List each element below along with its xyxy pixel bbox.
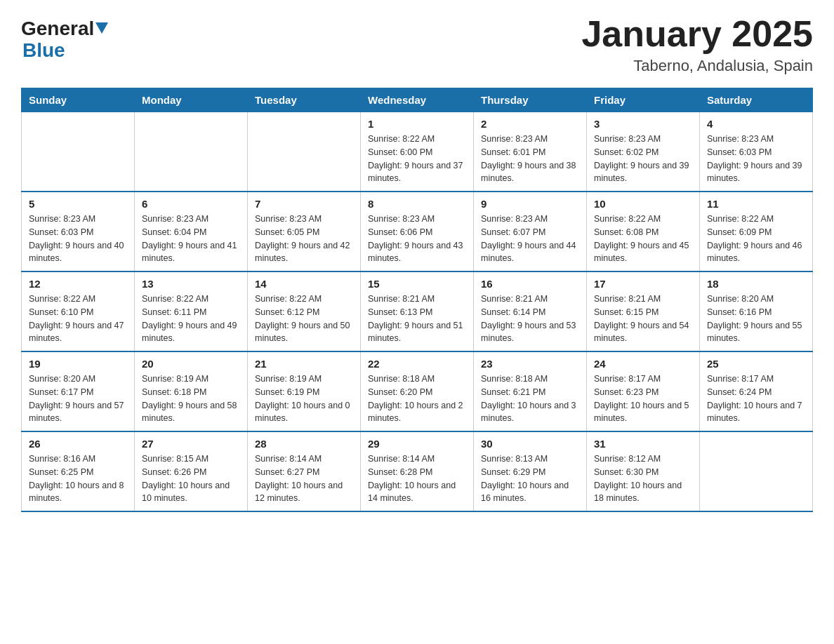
calendar-week-row: 26Sunrise: 8:16 AM Sunset: 6:25 PM Dayli… [22, 431, 813, 511]
day-info: Sunrise: 8:23 AM Sunset: 6:07 PM Dayligh… [481, 213, 579, 265]
day-number: 4 [707, 118, 805, 130]
day-number: 25 [707, 358, 805, 370]
calendar-cell [135, 112, 248, 192]
day-number: 20 [142, 358, 240, 370]
calendar-cell: 10Sunrise: 8:22 AM Sunset: 6:08 PM Dayli… [587, 192, 700, 271]
day-number: 21 [255, 358, 353, 370]
calendar-cell: 2Sunrise: 8:23 AM Sunset: 6:01 PM Daylig… [474, 112, 587, 192]
calendar-cell: 19Sunrise: 8:20 AM Sunset: 6:17 PM Dayli… [22, 351, 135, 431]
day-info: Sunrise: 8:22 AM Sunset: 6:12 PM Dayligh… [255, 293, 353, 345]
calendar-cell: 4Sunrise: 8:23 AM Sunset: 6:03 PM Daylig… [700, 112, 813, 192]
day-number: 1 [368, 118, 466, 130]
calendar-cell: 30Sunrise: 8:13 AM Sunset: 6:29 PM Dayli… [474, 431, 587, 511]
day-info: Sunrise: 8:22 AM Sunset: 6:08 PM Dayligh… [594, 213, 692, 265]
day-number: 10 [594, 198, 692, 210]
day-info: Sunrise: 8:13 AM Sunset: 6:29 PM Dayligh… [481, 452, 579, 505]
weekday-header-friday: Friday [587, 88, 700, 112]
calendar-title: January 2025 [581, 14, 813, 54]
day-info: Sunrise: 8:20 AM Sunset: 6:16 PM Dayligh… [707, 293, 805, 345]
logo: General Blue [21, 18, 108, 62]
calendar-cell: 26Sunrise: 8:16 AM Sunset: 6:25 PM Dayli… [22, 431, 135, 511]
calendar-cell: 27Sunrise: 8:15 AM Sunset: 6:26 PM Dayli… [135, 431, 248, 511]
calendar-cell: 11Sunrise: 8:22 AM Sunset: 6:09 PM Dayli… [700, 192, 813, 271]
title-block: January 2025 Taberno, Andalusia, Spain [581, 14, 813, 75]
day-number: 9 [481, 198, 579, 210]
day-info: Sunrise: 8:17 AM Sunset: 6:24 PM Dayligh… [707, 373, 805, 425]
day-number: 23 [481, 358, 579, 370]
calendar-cell: 7Sunrise: 8:23 AM Sunset: 6:05 PM Daylig… [248, 192, 361, 271]
day-number: 5 [29, 198, 127, 210]
day-number: 28 [255, 438, 353, 450]
weekday-header-saturday: Saturday [700, 88, 813, 112]
weekday-header-sunday: Sunday [22, 88, 135, 112]
calendar-cell: 3Sunrise: 8:23 AM Sunset: 6:02 PM Daylig… [587, 112, 700, 192]
day-number: 27 [142, 438, 240, 450]
calendar-cell: 12Sunrise: 8:22 AM Sunset: 6:10 PM Dayli… [22, 271, 135, 351]
day-info: Sunrise: 8:21 AM Sunset: 6:13 PM Dayligh… [368, 293, 466, 345]
day-info: Sunrise: 8:23 AM Sunset: 6:04 PM Dayligh… [142, 213, 240, 265]
day-info: Sunrise: 8:17 AM Sunset: 6:23 PM Dayligh… [594, 373, 692, 425]
calendar-cell [700, 431, 813, 511]
day-number: 8 [368, 198, 466, 210]
weekday-header-tuesday: Tuesday [248, 88, 361, 112]
calendar-week-row: 5Sunrise: 8:23 AM Sunset: 6:03 PM Daylig… [22, 192, 813, 271]
day-info: Sunrise: 8:23 AM Sunset: 6:03 PM Dayligh… [29, 213, 127, 265]
calendar-week-row: 19Sunrise: 8:20 AM Sunset: 6:17 PM Dayli… [22, 351, 813, 431]
day-number: 17 [594, 278, 692, 290]
day-info: Sunrise: 8:22 AM Sunset: 6:11 PM Dayligh… [142, 293, 240, 345]
day-number: 16 [481, 278, 579, 290]
day-number: 6 [142, 198, 240, 210]
day-info: Sunrise: 8:14 AM Sunset: 6:28 PM Dayligh… [368, 452, 466, 505]
page-header: General Blue January 2025 Taberno, Andal… [21, 14, 813, 75]
day-number: 2 [481, 118, 579, 130]
day-number: 15 [368, 278, 466, 290]
day-info: Sunrise: 8:14 AM Sunset: 6:27 PM Dayligh… [255, 452, 353, 505]
calendar-cell: 20Sunrise: 8:19 AM Sunset: 6:18 PM Dayli… [135, 351, 248, 431]
day-info: Sunrise: 8:21 AM Sunset: 6:14 PM Dayligh… [481, 293, 579, 345]
day-number: 18 [707, 278, 805, 290]
calendar-cell: 9Sunrise: 8:23 AM Sunset: 6:07 PM Daylig… [474, 192, 587, 271]
day-info: Sunrise: 8:22 AM Sunset: 6:00 PM Dayligh… [368, 133, 466, 185]
day-number: 22 [368, 358, 466, 370]
calendar-cell: 24Sunrise: 8:17 AM Sunset: 6:23 PM Dayli… [587, 351, 700, 431]
weekday-header-row: SundayMondayTuesdayWednesdayThursdayFrid… [22, 88, 813, 112]
day-info: Sunrise: 8:15 AM Sunset: 6:26 PM Dayligh… [142, 452, 240, 505]
calendar-cell: 23Sunrise: 8:18 AM Sunset: 6:21 PM Dayli… [474, 351, 587, 431]
calendar-cell: 18Sunrise: 8:20 AM Sunset: 6:16 PM Dayli… [700, 271, 813, 351]
calendar-cell: 22Sunrise: 8:18 AM Sunset: 6:20 PM Dayli… [361, 351, 474, 431]
day-number: 30 [481, 438, 579, 450]
calendar-cell: 17Sunrise: 8:21 AM Sunset: 6:15 PM Dayli… [587, 271, 700, 351]
day-info: Sunrise: 8:23 AM Sunset: 6:01 PM Dayligh… [481, 133, 579, 185]
calendar-cell: 21Sunrise: 8:19 AM Sunset: 6:19 PM Dayli… [248, 351, 361, 431]
day-info: Sunrise: 8:19 AM Sunset: 6:18 PM Dayligh… [142, 373, 240, 425]
calendar-cell: 16Sunrise: 8:21 AM Sunset: 6:14 PM Dayli… [474, 271, 587, 351]
day-info: Sunrise: 8:22 AM Sunset: 6:09 PM Dayligh… [707, 213, 805, 265]
calendar-cell: 5Sunrise: 8:23 AM Sunset: 6:03 PM Daylig… [22, 192, 135, 271]
calendar-body: 1Sunrise: 8:22 AM Sunset: 6:00 PM Daylig… [22, 112, 813, 512]
day-number: 31 [594, 438, 692, 450]
day-number: 13 [142, 278, 240, 290]
calendar-cell [248, 112, 361, 192]
day-info: Sunrise: 8:18 AM Sunset: 6:20 PM Dayligh… [368, 373, 466, 425]
day-info: Sunrise: 8:18 AM Sunset: 6:21 PM Dayligh… [481, 373, 579, 425]
calendar-cell [22, 112, 135, 192]
weekday-header-monday: Monday [135, 88, 248, 112]
calendar-cell: 15Sunrise: 8:21 AM Sunset: 6:13 PM Dayli… [361, 271, 474, 351]
day-info: Sunrise: 8:23 AM Sunset: 6:05 PM Dayligh… [255, 213, 353, 265]
day-number: 26 [29, 438, 127, 450]
calendar-header: SundayMondayTuesdayWednesdayThursdayFrid… [22, 88, 813, 112]
day-info: Sunrise: 8:23 AM Sunset: 6:06 PM Dayligh… [368, 213, 466, 265]
logo-triangle-icon [95, 22, 108, 34]
day-info: Sunrise: 8:23 AM Sunset: 6:02 PM Dayligh… [594, 133, 692, 185]
day-info: Sunrise: 8:20 AM Sunset: 6:17 PM Dayligh… [29, 373, 127, 425]
calendar-cell: 25Sunrise: 8:17 AM Sunset: 6:24 PM Dayli… [700, 351, 813, 431]
calendar-cell: 31Sunrise: 8:12 AM Sunset: 6:30 PM Dayli… [587, 431, 700, 511]
day-number: 14 [255, 278, 353, 290]
calendar-cell: 29Sunrise: 8:14 AM Sunset: 6:28 PM Dayli… [361, 431, 474, 511]
calendar-cell: 14Sunrise: 8:22 AM Sunset: 6:12 PM Dayli… [248, 271, 361, 351]
day-number: 3 [594, 118, 692, 130]
calendar-subtitle: Taberno, Andalusia, Spain [581, 57, 813, 75]
weekday-header-wednesday: Wednesday [361, 88, 474, 112]
weekday-header-thursday: Thursday [474, 88, 587, 112]
day-number: 11 [707, 198, 805, 210]
